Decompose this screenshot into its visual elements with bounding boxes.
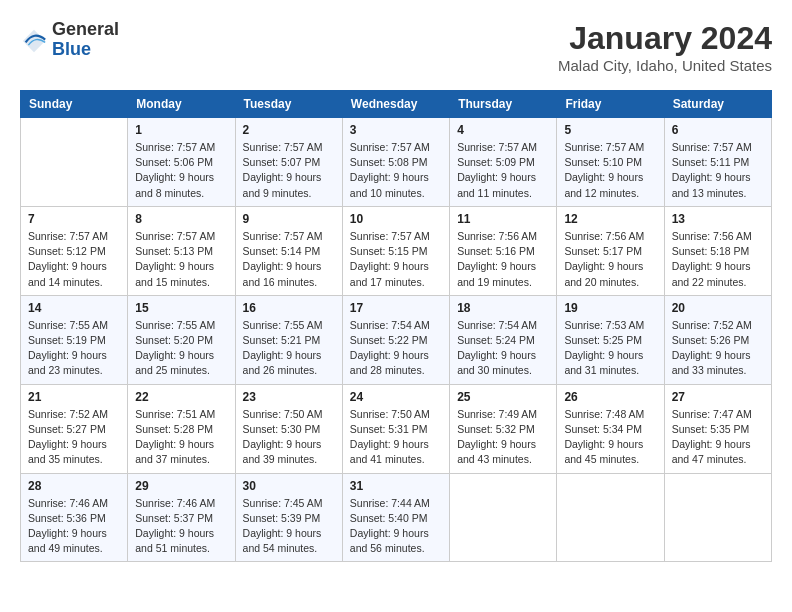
day-info: Sunrise: 7:57 AMSunset: 5:09 PMDaylight:…	[457, 140, 549, 201]
day-info: Sunrise: 7:53 AMSunset: 5:25 PMDaylight:…	[564, 318, 656, 379]
calendar-cell: 14Sunrise: 7:55 AMSunset: 5:19 PMDayligh…	[21, 295, 128, 384]
calendar-cell: 7Sunrise: 7:57 AMSunset: 5:12 PMDaylight…	[21, 206, 128, 295]
day-number: 7	[28, 212, 120, 226]
calendar-cell: 1Sunrise: 7:57 AMSunset: 5:06 PMDaylight…	[128, 118, 235, 207]
day-info: Sunrise: 7:56 AMSunset: 5:16 PMDaylight:…	[457, 229, 549, 290]
calendar-cell: 27Sunrise: 7:47 AMSunset: 5:35 PMDayligh…	[664, 384, 771, 473]
calendar-cell: 31Sunrise: 7:44 AMSunset: 5:40 PMDayligh…	[342, 473, 449, 562]
day-info: Sunrise: 7:50 AMSunset: 5:30 PMDaylight:…	[243, 407, 335, 468]
day-number: 26	[564, 390, 656, 404]
page-header: General Blue January 2024 Malad City, Id…	[20, 20, 772, 74]
day-info: Sunrise: 7:44 AMSunset: 5:40 PMDaylight:…	[350, 496, 442, 557]
column-header-wednesday: Wednesday	[342, 91, 449, 118]
day-info: Sunrise: 7:57 AMSunset: 5:14 PMDaylight:…	[243, 229, 335, 290]
calendar-week-row: 7Sunrise: 7:57 AMSunset: 5:12 PMDaylight…	[21, 206, 772, 295]
column-header-sunday: Sunday	[21, 91, 128, 118]
day-info: Sunrise: 7:46 AMSunset: 5:37 PMDaylight:…	[135, 496, 227, 557]
day-info: Sunrise: 7:57 AMSunset: 5:13 PMDaylight:…	[135, 229, 227, 290]
day-number: 16	[243, 301, 335, 315]
day-info: Sunrise: 7:52 AMSunset: 5:27 PMDaylight:…	[28, 407, 120, 468]
day-info: Sunrise: 7:55 AMSunset: 5:19 PMDaylight:…	[28, 318, 120, 379]
calendar-cell: 20Sunrise: 7:52 AMSunset: 5:26 PMDayligh…	[664, 295, 771, 384]
calendar-cell: 28Sunrise: 7:46 AMSunset: 5:36 PMDayligh…	[21, 473, 128, 562]
day-info: Sunrise: 7:56 AMSunset: 5:18 PMDaylight:…	[672, 229, 764, 290]
calendar-cell: 25Sunrise: 7:49 AMSunset: 5:32 PMDayligh…	[450, 384, 557, 473]
calendar-subtitle: Malad City, Idaho, United States	[558, 57, 772, 74]
calendar-cell	[557, 473, 664, 562]
calendar-cell: 21Sunrise: 7:52 AMSunset: 5:27 PMDayligh…	[21, 384, 128, 473]
day-number: 4	[457, 123, 549, 137]
logo: General Blue	[20, 20, 119, 60]
day-info: Sunrise: 7:57 AMSunset: 5:07 PMDaylight:…	[243, 140, 335, 201]
column-header-monday: Monday	[128, 91, 235, 118]
calendar-cell: 19Sunrise: 7:53 AMSunset: 5:25 PMDayligh…	[557, 295, 664, 384]
day-info: Sunrise: 7:55 AMSunset: 5:21 PMDaylight:…	[243, 318, 335, 379]
logo-icon	[20, 27, 48, 55]
day-info: Sunrise: 7:51 AMSunset: 5:28 PMDaylight:…	[135, 407, 227, 468]
day-number: 21	[28, 390, 120, 404]
day-info: Sunrise: 7:57 AMSunset: 5:12 PMDaylight:…	[28, 229, 120, 290]
day-number: 22	[135, 390, 227, 404]
day-info: Sunrise: 7:57 AMSunset: 5:08 PMDaylight:…	[350, 140, 442, 201]
day-info: Sunrise: 7:45 AMSunset: 5:39 PMDaylight:…	[243, 496, 335, 557]
calendar-cell: 12Sunrise: 7:56 AMSunset: 5:17 PMDayligh…	[557, 206, 664, 295]
day-number: 14	[28, 301, 120, 315]
calendar-cell: 11Sunrise: 7:56 AMSunset: 5:16 PMDayligh…	[450, 206, 557, 295]
day-number: 31	[350, 479, 442, 493]
calendar-cell: 2Sunrise: 7:57 AMSunset: 5:07 PMDaylight…	[235, 118, 342, 207]
calendar-cell	[21, 118, 128, 207]
calendar-cell: 22Sunrise: 7:51 AMSunset: 5:28 PMDayligh…	[128, 384, 235, 473]
day-number: 19	[564, 301, 656, 315]
day-info: Sunrise: 7:50 AMSunset: 5:31 PMDaylight:…	[350, 407, 442, 468]
calendar-cell: 8Sunrise: 7:57 AMSunset: 5:13 PMDaylight…	[128, 206, 235, 295]
calendar-cell: 29Sunrise: 7:46 AMSunset: 5:37 PMDayligh…	[128, 473, 235, 562]
calendar-cell: 4Sunrise: 7:57 AMSunset: 5:09 PMDaylight…	[450, 118, 557, 207]
calendar-cell: 26Sunrise: 7:48 AMSunset: 5:34 PMDayligh…	[557, 384, 664, 473]
calendar-week-row: 14Sunrise: 7:55 AMSunset: 5:19 PMDayligh…	[21, 295, 772, 384]
calendar-cell: 5Sunrise: 7:57 AMSunset: 5:10 PMDaylight…	[557, 118, 664, 207]
day-number: 15	[135, 301, 227, 315]
day-info: Sunrise: 7:56 AMSunset: 5:17 PMDaylight:…	[564, 229, 656, 290]
calendar-title: January 2024	[558, 20, 772, 57]
day-info: Sunrise: 7:57 AMSunset: 5:10 PMDaylight:…	[564, 140, 656, 201]
day-info: Sunrise: 7:49 AMSunset: 5:32 PMDaylight:…	[457, 407, 549, 468]
calendar-cell: 17Sunrise: 7:54 AMSunset: 5:22 PMDayligh…	[342, 295, 449, 384]
day-info: Sunrise: 7:54 AMSunset: 5:22 PMDaylight:…	[350, 318, 442, 379]
column-header-thursday: Thursday	[450, 91, 557, 118]
calendar-cell	[450, 473, 557, 562]
day-number: 12	[564, 212, 656, 226]
day-number: 13	[672, 212, 764, 226]
calendar-header-row: SundayMondayTuesdayWednesdayThursdayFrid…	[21, 91, 772, 118]
calendar-cell: 13Sunrise: 7:56 AMSunset: 5:18 PMDayligh…	[664, 206, 771, 295]
calendar-cell: 9Sunrise: 7:57 AMSunset: 5:14 PMDaylight…	[235, 206, 342, 295]
day-number: 6	[672, 123, 764, 137]
calendar-cell: 15Sunrise: 7:55 AMSunset: 5:20 PMDayligh…	[128, 295, 235, 384]
calendar-week-row: 21Sunrise: 7:52 AMSunset: 5:27 PMDayligh…	[21, 384, 772, 473]
column-header-friday: Friday	[557, 91, 664, 118]
day-number: 11	[457, 212, 549, 226]
calendar-week-row: 28Sunrise: 7:46 AMSunset: 5:36 PMDayligh…	[21, 473, 772, 562]
calendar-cell: 24Sunrise: 7:50 AMSunset: 5:31 PMDayligh…	[342, 384, 449, 473]
day-info: Sunrise: 7:47 AMSunset: 5:35 PMDaylight:…	[672, 407, 764, 468]
day-number: 23	[243, 390, 335, 404]
column-header-saturday: Saturday	[664, 91, 771, 118]
day-number: 20	[672, 301, 764, 315]
day-number: 24	[350, 390, 442, 404]
day-number: 8	[135, 212, 227, 226]
day-number: 25	[457, 390, 549, 404]
day-info: Sunrise: 7:52 AMSunset: 5:26 PMDaylight:…	[672, 318, 764, 379]
day-number: 30	[243, 479, 335, 493]
day-number: 27	[672, 390, 764, 404]
day-number: 18	[457, 301, 549, 315]
calendar-cell: 3Sunrise: 7:57 AMSunset: 5:08 PMDaylight…	[342, 118, 449, 207]
logo-general: General	[52, 20, 119, 40]
day-number: 9	[243, 212, 335, 226]
day-number: 5	[564, 123, 656, 137]
day-number: 10	[350, 212, 442, 226]
day-number: 2	[243, 123, 335, 137]
day-info: Sunrise: 7:57 AMSunset: 5:06 PMDaylight:…	[135, 140, 227, 201]
logo-blue: Blue	[52, 40, 119, 60]
calendar-cell: 23Sunrise: 7:50 AMSunset: 5:30 PMDayligh…	[235, 384, 342, 473]
day-info: Sunrise: 7:54 AMSunset: 5:24 PMDaylight:…	[457, 318, 549, 379]
day-info: Sunrise: 7:57 AMSunset: 5:15 PMDaylight:…	[350, 229, 442, 290]
